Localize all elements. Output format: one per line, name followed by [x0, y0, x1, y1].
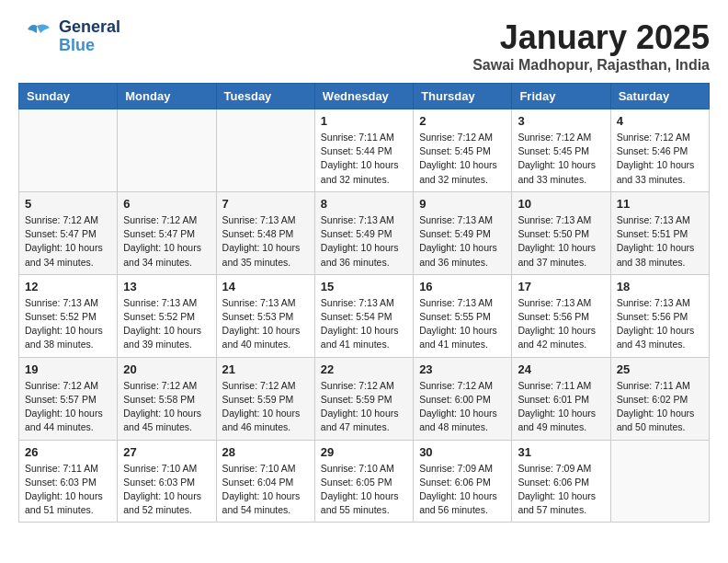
day-number: 6	[123, 197, 210, 211]
calendar-header-sunday: Sunday	[19, 84, 118, 109]
calendar-header-wednesday: Wednesday	[314, 84, 413, 109]
calendar-cell: 11Sunrise: 7:13 AM Sunset: 5:51 PM Dayli…	[610, 191, 709, 274]
calendar-cell: 21Sunrise: 7:12 AM Sunset: 5:59 PM Dayli…	[216, 357, 314, 440]
calendar-cell: 12Sunrise: 7:13 AM Sunset: 5:52 PM Dayli…	[19, 274, 118, 357]
calendar-cell: 31Sunrise: 7:09 AM Sunset: 6:06 PM Dayli…	[512, 440, 610, 523]
day-number: 31	[518, 445, 604, 459]
day-info: Sunrise: 7:12 AM Sunset: 5:57 PM Dayligh…	[25, 379, 111, 435]
logo-label: General Blue	[59, 18, 120, 55]
calendar-cell: 16Sunrise: 7:13 AM Sunset: 5:55 PM Dayli…	[414, 274, 512, 357]
logo-icon	[18, 18, 55, 55]
day-number: 23	[419, 362, 506, 376]
day-info: Sunrise: 7:11 AM Sunset: 5:44 PM Dayligh…	[321, 131, 407, 187]
calendar-cell	[118, 109, 216, 192]
calendar-cell: 19Sunrise: 7:12 AM Sunset: 5:57 PM Dayli…	[19, 357, 118, 440]
day-number: 17	[518, 280, 604, 293]
day-number: 3	[518, 114, 604, 128]
day-number: 26	[25, 445, 111, 459]
calendar-week-5: 26Sunrise: 7:11 AM Sunset: 6:03 PM Dayli…	[19, 440, 710, 523]
calendar-cell: 25Sunrise: 7:11 AM Sunset: 6:02 PM Dayli…	[610, 357, 709, 440]
calendar-cell: 28Sunrise: 7:10 AM Sunset: 6:04 PM Dayli…	[216, 440, 314, 523]
sub-title: Sawai Madhopur, Rajasthan, India	[472, 57, 710, 74]
day-info: Sunrise: 7:13 AM Sunset: 5:48 PM Dayligh…	[222, 213, 309, 270]
day-number: 2	[419, 114, 506, 128]
day-number: 21	[222, 362, 309, 376]
calendar-cell: 2Sunrise: 7:12 AM Sunset: 5:45 PM Daylig…	[414, 109, 512, 192]
day-info: Sunrise: 7:13 AM Sunset: 5:49 PM Dayligh…	[419, 213, 506, 270]
day-info: Sunrise: 7:12 AM Sunset: 5:46 PM Dayligh…	[617, 131, 703, 187]
calendar-cell: 13Sunrise: 7:13 AM Sunset: 5:52 PM Dayli…	[118, 274, 216, 357]
calendar-week-4: 19Sunrise: 7:12 AM Sunset: 5:57 PM Dayli…	[19, 357, 710, 440]
calendar-cell: 3Sunrise: 7:12 AM Sunset: 5:45 PM Daylig…	[512, 109, 610, 192]
day-number: 19	[25, 362, 111, 376]
calendar-cell: 18Sunrise: 7:13 AM Sunset: 5:56 PM Dayli…	[610, 274, 709, 357]
day-number: 7	[222, 197, 309, 211]
calendar-cell: 10Sunrise: 7:13 AM Sunset: 5:50 PM Dayli…	[512, 191, 610, 274]
calendar-header-tuesday: Tuesday	[216, 84, 314, 109]
day-info: Sunrise: 7:11 AM Sunset: 6:02 PM Dayligh…	[617, 379, 703, 435]
calendar-cell: 8Sunrise: 7:13 AM Sunset: 5:49 PM Daylig…	[314, 191, 413, 274]
calendar-header-thursday: Thursday	[414, 84, 512, 109]
calendar-cell	[216, 109, 314, 192]
day-number: 29	[321, 445, 407, 459]
day-number: 24	[518, 362, 604, 376]
calendar-cell: 24Sunrise: 7:11 AM Sunset: 6:01 PM Dayli…	[512, 357, 610, 440]
day-number: 10	[518, 197, 604, 211]
day-info: Sunrise: 7:12 AM Sunset: 5:45 PM Dayligh…	[419, 131, 506, 187]
title-area: January 2025 Sawai Madhopur, Rajasthan, …	[472, 18, 710, 74]
calendar-cell: 17Sunrise: 7:13 AM Sunset: 5:56 PM Dayli…	[512, 274, 610, 357]
calendar-cell: 6Sunrise: 7:12 AM Sunset: 5:47 PM Daylig…	[118, 191, 216, 274]
calendar-header-row: SundayMondayTuesdayWednesdayThursdayFrid…	[19, 84, 710, 109]
calendar-cell: 29Sunrise: 7:10 AM Sunset: 6:05 PM Dayli…	[314, 440, 413, 523]
day-info: Sunrise: 7:13 AM Sunset: 5:52 PM Dayligh…	[123, 296, 210, 352]
day-info: Sunrise: 7:11 AM Sunset: 6:01 PM Dayligh…	[518, 379, 604, 435]
day-number: 9	[419, 197, 506, 211]
calendar-cell: 15Sunrise: 7:13 AM Sunset: 5:54 PM Dayli…	[314, 274, 413, 357]
calendar-cell: 9Sunrise: 7:13 AM Sunset: 5:49 PM Daylig…	[414, 191, 512, 274]
day-info: Sunrise: 7:11 AM Sunset: 6:03 PM Dayligh…	[25, 462, 111, 518]
day-info: Sunrise: 7:10 AM Sunset: 6:03 PM Dayligh…	[123, 462, 210, 518]
day-number: 8	[321, 197, 407, 211]
logo-blue-text: Blue	[59, 37, 120, 55]
day-info: Sunrise: 7:09 AM Sunset: 6:06 PM Dayligh…	[419, 462, 506, 518]
day-number: 28	[222, 445, 309, 459]
day-number: 22	[321, 362, 407, 376]
day-number: 15	[321, 280, 407, 293]
calendar-cell: 26Sunrise: 7:11 AM Sunset: 6:03 PM Dayli…	[19, 440, 118, 523]
day-number: 30	[419, 445, 506, 459]
day-info: Sunrise: 7:09 AM Sunset: 6:06 PM Dayligh…	[518, 462, 604, 518]
day-info: Sunrise: 7:12 AM Sunset: 5:45 PM Dayligh…	[518, 131, 604, 187]
calendar-cell	[610, 440, 709, 523]
day-number: 27	[123, 445, 210, 459]
day-info: Sunrise: 7:13 AM Sunset: 5:50 PM Dayligh…	[518, 213, 604, 270]
day-info: Sunrise: 7:12 AM Sunset: 5:58 PM Dayligh…	[123, 379, 210, 435]
day-info: Sunrise: 7:13 AM Sunset: 5:51 PM Dayligh…	[617, 213, 703, 270]
day-info: Sunrise: 7:12 AM Sunset: 6:00 PM Dayligh…	[419, 379, 506, 435]
calendar-week-1: 1Sunrise: 7:11 AM Sunset: 5:44 PM Daylig…	[19, 109, 710, 192]
day-number: 11	[617, 197, 703, 211]
day-number: 12	[25, 280, 111, 293]
calendar-week-2: 5Sunrise: 7:12 AM Sunset: 5:47 PM Daylig…	[19, 191, 710, 274]
day-info: Sunrise: 7:12 AM Sunset: 5:47 PM Dayligh…	[123, 213, 210, 270]
day-number: 20	[123, 362, 210, 376]
logo-general-text: General	[59, 18, 120, 37]
day-info: Sunrise: 7:13 AM Sunset: 5:54 PM Dayligh…	[321, 296, 407, 352]
day-info: Sunrise: 7:12 AM Sunset: 5:59 PM Dayligh…	[222, 379, 309, 435]
logo: General Blue	[18, 18, 120, 55]
calendar-header-saturday: Saturday	[610, 84, 709, 109]
calendar-week-3: 12Sunrise: 7:13 AM Sunset: 5:52 PM Dayli…	[19, 274, 710, 357]
calendar-cell: 27Sunrise: 7:10 AM Sunset: 6:03 PM Dayli…	[118, 440, 216, 523]
day-number: 18	[617, 280, 703, 293]
main-title: January 2025	[472, 18, 710, 57]
calendar-cell: 22Sunrise: 7:12 AM Sunset: 5:59 PM Dayli…	[314, 357, 413, 440]
calendar-cell: 5Sunrise: 7:12 AM Sunset: 5:47 PM Daylig…	[19, 191, 118, 274]
calendar-cell: 1Sunrise: 7:11 AM Sunset: 5:44 PM Daylig…	[314, 109, 413, 192]
day-info: Sunrise: 7:10 AM Sunset: 6:05 PM Dayligh…	[321, 462, 407, 518]
header: General Blue January 2025 Sawai Madhopur…	[18, 18, 710, 74]
calendar-cell: 4Sunrise: 7:12 AM Sunset: 5:46 PM Daylig…	[610, 109, 709, 192]
calendar-cell: 30Sunrise: 7:09 AM Sunset: 6:06 PM Dayli…	[414, 440, 512, 523]
calendar-cell: 14Sunrise: 7:13 AM Sunset: 5:53 PM Dayli…	[216, 274, 314, 357]
calendar-cell: 7Sunrise: 7:13 AM Sunset: 5:48 PM Daylig…	[216, 191, 314, 274]
day-number: 1	[321, 114, 407, 128]
day-info: Sunrise: 7:12 AM Sunset: 5:59 PM Dayligh…	[321, 379, 407, 435]
